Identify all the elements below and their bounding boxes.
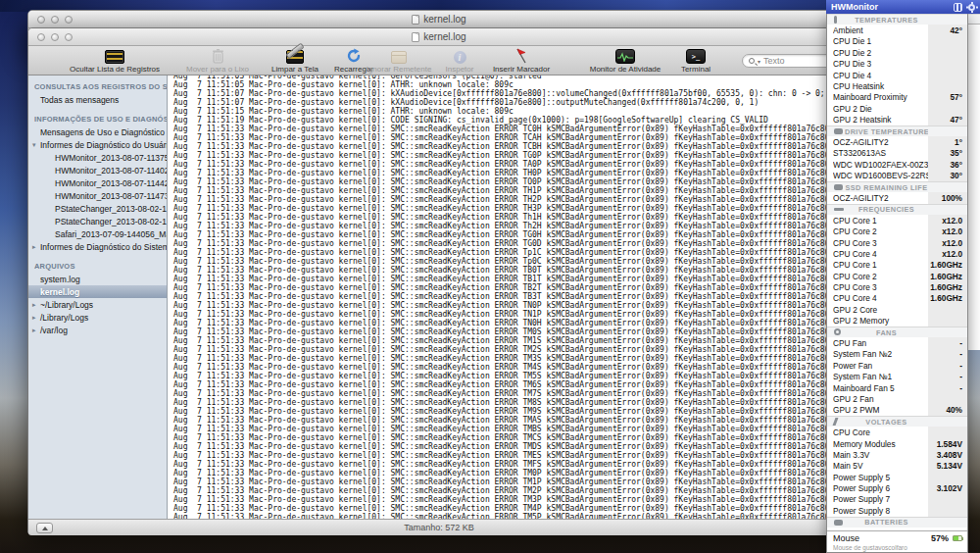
sidebar-row[interactable]: HWMonitor_2013-08-07-114020_Mac… [28, 164, 167, 176]
log-line[interactable]: Aug 7 11:51:33 Mac-Pro-de-gustavo kernel… [173, 239, 850, 248]
insert-marker-button[interactable]: Inserir Marcador [481, 47, 562, 75]
disclosure-triangle-icon[interactable]: ▸ [32, 327, 40, 334]
sensor-row[interactable]: CPU Die 4 [827, 70, 967, 80]
sensor-row[interactable]: CPU Core [827, 427, 967, 437]
sidebar-row[interactable]: CONSULTAS AOS REGISTROS DO SISTEMA [28, 80, 167, 93]
sidebar-row[interactable]: HWMonitor_2013-08-07-114737_Mac… [28, 189, 167, 202]
disclosure-triangle-icon[interactable]: ▸ [32, 301, 40, 309]
log-line[interactable]: Aug 7 11:51:33 Mac-Pro-de-gustavo kernel… [173, 177, 850, 186]
log-line[interactable]: Aug 7 11:51:33 Mac-Pro-de-gustavo kernel… [173, 257, 850, 266]
log-line[interactable]: Aug 7 11:51:33 Mac-Pro-de-gustavo kernel… [173, 425, 850, 433]
sensor-row[interactable]: Mainboard Proximity 57° [827, 92, 967, 103]
log-line[interactable]: Aug 7 11:51:33 Mac-Pro-de-gustavo kernel… [173, 195, 850, 204]
sensor-row[interactable]: FREQUENCIES [827, 204, 967, 215]
log-line[interactable]: Aug 7 11:51:33 Mac-Pro-de-gustavo kernel… [173, 283, 850, 292]
sensor-row[interactable]: CPU Core 1 x12.0 [827, 215, 967, 226]
sidebar-row[interactable]: ▸ /var/log [28, 324, 167, 336]
log-line[interactable]: Aug 7 11:51:33 Mac-Pro-de-gustavo kernel… [173, 442, 850, 451]
log-line[interactable]: Aug 7 11:51:33 Mac-Pro-de-gustavo kernel… [173, 469, 850, 478]
sensor-row[interactable]: CPU Core 4 x12.0 [827, 248, 967, 259]
sensor-row[interactable]: VOLTAGES [827, 416, 967, 427]
sensor-row[interactable]: Memory Modules 1.584V [827, 438, 967, 449]
sidebar-row[interactable]: Safari_2013-07-09-144056_Mac-Pro-… [28, 227, 167, 240]
sensor-row[interactable]: Ambient 42° [827, 25, 967, 35]
graph-icon[interactable] [954, 3, 962, 12]
sensor-row[interactable]: CPU Core 3 1.60GHz [827, 281, 967, 292]
log-line[interactable]: Aug 7 11:51:33 Mac-Pro-de-gustavo kernel… [173, 398, 850, 407]
sensor-row[interactable]: DRIVE TEMPERATURES [827, 126, 967, 136]
disclosure-triangle-icon[interactable]: ▾ [32, 141, 40, 149]
log-line[interactable]: Aug 7 11:51:33 Mac-Pro-de-gustavo kernel… [173, 336, 850, 345]
sensor-row[interactable]: Mainboard Fan 5 - [827, 382, 967, 393]
activity-monitor-button[interactable]: Monitor de Atividade [579, 47, 671, 75]
sensor-row[interactable]: GPU 2 Die [827, 103, 967, 114]
hwmonitor-titlebar[interactable]: HWMonitor [826, 0, 980, 14]
sidebar-row[interactable]: HWMonitor_2013-08-07-113753_Mac… [28, 151, 167, 164]
sensor-row[interactable]: GPU 2 Core [827, 304, 967, 315]
sensor-row[interactable]: ST3320613AS 35° [827, 148, 967, 159]
ignore-sender-button[interactable]: Ignorar Remetente [360, 47, 438, 75]
sensor-row[interactable]: FANS [827, 327, 967, 337]
move-to-trash-button[interactable]: Mover para o Lixo [173, 47, 262, 75]
sensor-row[interactable]: BATTERIES [827, 517, 967, 528]
log-line[interactable]: Aug 7 11:51:33 Mac-Pro-de-gustavo kernel… [173, 460, 850, 469]
log-line[interactable]: Aug 7 11:51:33 Mac-Pro-de-gustavo kernel… [173, 275, 850, 283]
terminal-button[interactable]: >_ Terminal [671, 47, 720, 75]
log-line[interactable]: Aug 7 11:51:33 Mac-Pro-de-gustavo kernel… [173, 169, 850, 177]
log-line[interactable]: Aug 7 11:51:33 Mac-Pro-de-gustavo kernel… [173, 266, 850, 275]
log-line[interactable]: Aug 7 11:51:33 Mac-Pro-de-gustavo kernel… [173, 310, 850, 319]
log-line[interactable]: Aug 7 11:51:33 Mac-Pro-de-gustavo kernel… [173, 151, 850, 160]
hide-log-list-button[interactable]: Ocultar Lista de Registros [56, 47, 173, 75]
gear-icon[interactable] [968, 4, 975, 11]
clear-display-button[interactable]: Limpar a Tela [264, 47, 326, 75]
sensor-row[interactable]: Main 5V 5.134V [827, 461, 967, 472]
titlebar[interactable]: kernel.log [28, 28, 850, 46]
sidebar-row[interactable]: HWMonitor_2013-08-07-114426_Mac… [28, 176, 167, 189]
log-line[interactable]: Aug 7 11:51:33 Mac-Pro-de-gustavo kernel… [173, 389, 850, 398]
sensor-row[interactable]: CPU Heatsink [827, 80, 967, 91]
sidebar-row[interactable]: Todas as mensagens [28, 93, 167, 106]
back-titlebar[interactable]: kernel.log [28, 11, 850, 28]
sidebar-row[interactable]: INFORMAÇÕES DE USO E DIAGNÓSTICO [28, 113, 167, 126]
sensor-row[interactable]: OCZ-AGILITY2 100% [827, 192, 967, 203]
log-line[interactable]: Aug 7 11:51:33 Mac-Pro-de-gustavo kernel… [173, 142, 850, 151]
log-line[interactable]: Aug 7 11:51:33 Mac-Pro-de-gustavo kernel… [173, 327, 850, 336]
sensor-row[interactable]: System Fan №1 - [827, 372, 967, 382]
sensor-row[interactable]: OCZ-AGILITY2 1° [827, 136, 967, 147]
sensor-row[interactable]: WDC WD1600BEVS-22RST0 30° [827, 170, 967, 180]
sensor-row[interactable]: CPU Core 4 1.60GHz [827, 293, 967, 304]
log-line[interactable]: Aug 7 11:51:33 Mac-Pro-de-gustavo kernel… [173, 204, 850, 213]
log-line[interactable]: Aug 7 11:51:33 Mac-Pro-de-gustavo kernel… [173, 478, 850, 486]
sensor-row[interactable]: CPU Fan - [827, 337, 967, 348]
sensor-row[interactable]: Power Supply 8 [827, 505, 967, 516]
log-line[interactable]: Aug 7 11:51:33 Mac-Pro-de-gustavo kernel… [173, 125, 850, 133]
sidebar-row[interactable]: PStateChanger_2013-08-02-170559_… [28, 202, 167, 215]
sensor-row[interactable]: CPU Core 1 1.60GHz [827, 260, 967, 271]
log-line[interactable]: Aug 7 11:51:33 Mac-Pro-de-gustavo kernel… [173, 133, 850, 142]
log-line[interactable]: Aug 7 11:51:33 Mac-Pro-de-gustavo kernel… [173, 222, 850, 230]
log-line[interactable]: Aug 7 11:51:33 Mac-Pro-de-gustavo kernel… [173, 372, 850, 380]
sensor-row[interactable]: System Fan №2 - [827, 349, 967, 360]
sidebar-row[interactable]: system.log [28, 273, 167, 285]
disclosure-triangle-icon[interactable]: ▸ [32, 314, 40, 322]
log-line[interactable]: Aug 7 11:51:33 Mac-Pro-de-gustavo kernel… [173, 301, 850, 310]
log-line[interactable]: Aug 7 11:51:33 Mac-Pro-de-gustavo kernel… [173, 363, 850, 372]
sidebar-row[interactable]: ▸ ~/Library/Logs [28, 298, 167, 311]
sensor-row[interactable]: WDC WD1002FAEX-00Z3A0 36° [827, 159, 967, 170]
sidebar-row[interactable]: ▸ Informes de Diagnóstico do Sistema [28, 240, 167, 253]
sensor-row[interactable]: TEMPERATURES [827, 14, 967, 25]
sensor-row[interactable]: GPU 2 PWM 40% [827, 405, 967, 416]
sidebar-row[interactable]: kernel.log [28, 285, 167, 298]
log-line[interactable]: Aug 7 11:51:05 Mac-Pro-de-gustavo kernel… [173, 80, 850, 89]
sensor-row[interactable]: Power Supply 5 [827, 472, 967, 482]
sensor-row[interactable]: CPU Die 1 [827, 36, 967, 47]
sensor-row[interactable]: Power Supply 6 3.102V [827, 482, 967, 493]
log-line[interactable]: Aug 7 11:51:33 Mac-Pro-de-gustavo kernel… [173, 486, 850, 495]
log-line[interactable]: Aug 7 11:51:19 Mac-Pro-de-gustavo kernel… [173, 116, 850, 125]
log-line[interactable]: Aug 7 11:51:33 Mac-Pro-de-gustavo kernel… [173, 248, 850, 257]
sidebar-row[interactable] [28, 253, 167, 260]
sidebar-row[interactable] [28, 106, 167, 113]
log-line[interactable]: Aug 7 11:51:33 Mac-Pro-de-gustavo kernel… [173, 319, 850, 327]
log-line[interactable]: Aug 7 11:51:33 Mac-Pro-de-gustavo kernel… [173, 433, 850, 442]
log-line[interactable]: Aug 7 11:51:33 Mac-Pro-de-gustavo kernel… [173, 354, 850, 363]
